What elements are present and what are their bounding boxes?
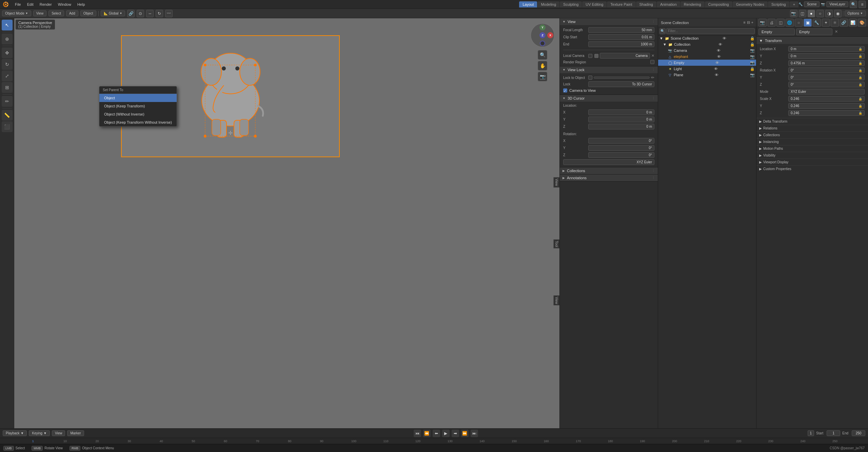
neg-z-axis-dot[interactable] <box>540 41 545 46</box>
clip-end-value[interactable]: 1000 m <box>588 41 654 47</box>
outliner-elephant[interactable]: △ elephant 👁 📷 <box>658 54 756 60</box>
select-tool[interactable]: ↖ <box>2 20 13 30</box>
elephant-eye[interactable]: 👁 <box>717 55 721 59</box>
current-frame-input[interactable]: 1 <box>808 430 814 436</box>
tab-compositing[interactable]: Compositing <box>705 1 732 7</box>
tab-rendering[interactable]: Rendering <box>680 1 705 7</box>
tab-uv-editing[interactable]: UV Editing <box>582 1 607 7</box>
camera-toggle-btn[interactable]: 📷 <box>538 72 547 81</box>
start-frame-input[interactable]: 1 <box>827 430 840 436</box>
scale-z-lock[interactable]: 🔒 <box>859 111 862 115</box>
cursor-mode-value[interactable]: XYZ Euler <box>563 159 654 165</box>
rotate-btn[interactable]: ↻ <box>156 10 163 17</box>
outliner-search-input[interactable] <box>666 28 755 34</box>
view-side-tab-2[interactable]: View <box>553 295 559 306</box>
lock-edit-icon[interactable]: ✏ <box>651 75 654 80</box>
loc-z-value[interactable]: 0.4756 m 🔒 <box>788 60 865 66</box>
playback-selector[interactable]: Playback ▼ <box>3 430 27 436</box>
local-camera-close[interactable]: ✕ <box>651 54 654 58</box>
relations-collapsible[interactable]: ▶ Relations <box>756 125 868 131</box>
viewport[interactable]: Camera Perspective (1) Collection | Empt… <box>14 18 559 428</box>
local-camera-checkbox2[interactable] <box>594 54 598 58</box>
camera-icon-btn[interactable]: 📷 <box>790 10 797 17</box>
cursor-3d-more[interactable]: ⋮ <box>652 97 655 100</box>
proportional-btn[interactable]: ⊙ <box>137 10 144 17</box>
scene-collection-camera-icon[interactable]: 🔒 <box>750 36 755 41</box>
grab-btn[interactable]: ↔ <box>146 10 154 17</box>
loc-y-value[interactable]: 0 m 🔒 <box>788 53 865 59</box>
empty-render-eye[interactable]: 📷 <box>750 61 755 65</box>
tab-shading[interactable]: Shading <box>636 1 656 7</box>
rot-z-value[interactable]: 0° 🔒 <box>788 82 865 87</box>
cursor-ry-value[interactable]: 0° <box>588 145 654 151</box>
collections-collapsible[interactable]: ▶ Collections <box>756 131 868 138</box>
measure-tool[interactable]: 📏 <box>2 110 13 121</box>
props-modifier-icon[interactable]: 🔧 <box>813 19 821 27</box>
props-view-layer-icon[interactable]: ◫ <box>776 19 785 27</box>
view-layer-selector[interactable]: ViewLayer <box>826 1 848 7</box>
cursor-rz-value[interactable]: 0° <box>588 152 654 158</box>
camera-to-view-checkbox[interactable]: ✓ <box>563 88 567 93</box>
view-menu-btn[interactable]: View <box>33 11 47 16</box>
props-data-icon[interactable]: 📊 <box>849 19 857 27</box>
plane-eye[interactable]: 👁 <box>715 73 718 77</box>
rot-x-value[interactable]: 0° 🔒 <box>788 67 865 73</box>
menu-item-object[interactable]: Object <box>99 94 177 102</box>
rot-z-lock[interactable]: 🔒 <box>859 83 862 86</box>
tab-scripting[interactable]: Scripting <box>768 1 789 7</box>
prev-frame-btn[interactable]: ⏪ <box>423 430 431 437</box>
scale-z-value[interactable]: 0.246 🔒 <box>788 110 865 116</box>
filter-btn[interactable]: ≡ <box>859 1 866 8</box>
cursor-rx-value[interactable]: 0° <box>588 138 654 144</box>
outliner-display-btn[interactable]: ⊟ <box>747 20 750 25</box>
menu-render[interactable]: Render <box>37 2 55 7</box>
props-material-icon[interactable]: 🎨 <box>858 19 866 27</box>
annotate-tool[interactable]: ✏ <box>2 96 13 107</box>
next-frame-btn[interactable]: ⏩ <box>461 430 469 437</box>
rot-y-value[interactable]: 0° 🔒 <box>788 75 865 80</box>
transform-tool[interactable]: ⊞ <box>2 82 13 93</box>
object-menu-btn[interactable]: Object <box>80 11 96 16</box>
outliner-camera[interactable]: 📷 Camera 👁 📷 <box>658 47 756 54</box>
loc-x-lock[interactable]: 🔒 <box>859 47 862 51</box>
shading-wire-btn[interactable]: ○ <box>816 10 824 17</box>
tab-sculpting[interactable]: Sculpting <box>560 1 582 7</box>
snap-btn[interactable]: 🔗 <box>127 10 135 17</box>
light-render-eye[interactable]: 🔒 <box>750 67 755 71</box>
custom-properties-collapsible[interactable]: ▶ Custom Properties <box>756 165 868 172</box>
cursor-x-value[interactable]: 0 m <box>588 109 654 115</box>
props-output-icon[interactable]: 🖨 <box>768 19 776 27</box>
shading-render-btn[interactable]: ◉ <box>834 10 842 17</box>
outliner-scene-collection[interactable]: ▼ 📁 Scene Collection 👁 🔒 <box>658 35 756 41</box>
tab-modeling[interactable]: Modeling <box>537 1 559 7</box>
outliner-filter-btn[interactable]: ≡ <box>743 20 745 25</box>
object-data-name-field[interactable]: Empty <box>796 28 832 35</box>
motion-paths-collapsible[interactable]: ▶ Motion Paths <box>756 145 868 152</box>
loc-y-lock[interactable]: 🔒 <box>859 55 862 58</box>
scale-x-lock[interactable]: 🔒 <box>859 97 862 101</box>
view-section-more[interactable]: ⋮ <box>652 20 655 23</box>
prev-keyframe-btn[interactable]: ⬅ <box>433 430 440 437</box>
light-eye[interactable]: 👁 <box>714 67 718 71</box>
end-frame-input[interactable]: 250 <box>852 430 865 436</box>
loc-z-lock[interactable]: 🔒 <box>859 62 862 65</box>
tab-animation[interactable]: Animation <box>657 1 680 7</box>
annotations-more[interactable]: ⋮ <box>652 176 655 180</box>
object-name-close[interactable]: ✕ <box>834 28 866 35</box>
local-camera-value[interactable]: Camera <box>600 53 650 59</box>
tab-add[interactable]: + <box>790 1 798 7</box>
render-region-checkbox[interactable] <box>650 60 654 64</box>
menu-file[interactable]: File <box>12 2 24 7</box>
lock-value[interactable]: To 3D Cursor <box>588 81 654 87</box>
props-constraints-icon[interactable]: 🔗 <box>840 19 848 27</box>
props-scene-icon[interactable]: 🌐 <box>786 19 794 27</box>
jump-start-btn[interactable]: ⏮ <box>414 430 421 437</box>
elephant-render-eye[interactable]: 📷 <box>750 55 755 59</box>
menu-item-without-inverse[interactable]: Object (Without Inverse) <box>99 110 177 118</box>
pan-btn[interactable]: ✋ <box>538 61 547 70</box>
scene-collection-eye[interactable]: 👁 <box>723 36 726 40</box>
props-particle-icon[interactable]: ✦ <box>822 19 830 27</box>
props-object-icon[interactable]: ▣ <box>804 19 812 27</box>
move-tool[interactable]: ✥ <box>2 47 13 58</box>
loc-x-value[interactable]: 0 m 🔒 <box>788 46 865 52</box>
